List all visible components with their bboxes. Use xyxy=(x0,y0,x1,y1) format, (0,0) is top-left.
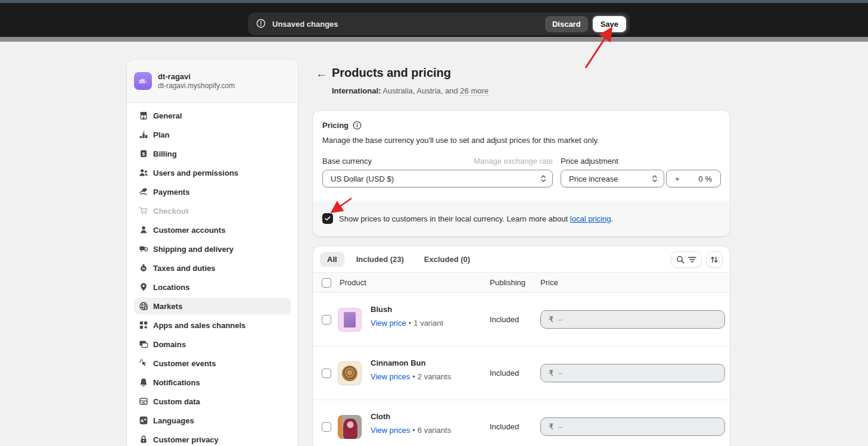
adjustment-sign: + xyxy=(675,174,680,183)
search-and-filter-button[interactable] xyxy=(671,251,702,268)
publishing-status: Included xyxy=(490,369,519,378)
sidebar-item-markets[interactable]: $ Markets xyxy=(134,298,291,314)
local-currency-checkbox-label: Show prices to customers in their local … xyxy=(339,214,568,223)
store-header[interactable]: dt- dt-ragavi dt-ragavi.myshopify.com xyxy=(127,60,298,103)
sidebar-item-label: Languages xyxy=(153,416,194,425)
unsaved-changes-bar: Unsaved changes Discard Save xyxy=(248,13,630,35)
sidebar-item-label: Domains xyxy=(153,340,186,349)
sidebar-item-customer-events[interactable]: Customer events xyxy=(134,355,291,372)
save-button[interactable]: Save xyxy=(593,16,626,32)
svg-text:%: % xyxy=(142,267,145,270)
sidebar-item-label: Payments xyxy=(153,188,189,197)
store-icon xyxy=(139,111,148,120)
price-input[interactable]: ₹ – xyxy=(540,417,725,436)
cinnamon-bun-product-image xyxy=(338,361,362,385)
sidebar-item-notifications[interactable]: Notifications xyxy=(134,374,291,391)
sidebar-item-customer-accounts[interactable]: Customer accounts xyxy=(134,222,291,238)
tab-excluded[interactable]: Excluded (0) xyxy=(416,252,478,267)
sidebar-item-locations[interactable]: Locations xyxy=(134,279,291,295)
view-price-link[interactable]: View prices xyxy=(371,426,410,435)
alert-bubble-icon xyxy=(255,18,267,30)
sentence-period: . xyxy=(611,214,613,223)
pricing-card: Pricing Manage the base currency you'll … xyxy=(313,111,730,236)
person-icon xyxy=(139,225,148,235)
base-currency-label: Base currency xyxy=(322,157,372,166)
globe-dollar-icon: $ xyxy=(139,301,148,311)
local-currency-section: Show prices to customers in their local … xyxy=(313,201,730,236)
row-checkbox[interactable] xyxy=(322,422,331,432)
unsaved-changes-label: Unsaved changes xyxy=(272,20,338,29)
cloth-product-image xyxy=(338,415,362,439)
local-currency-checkbox[interactable] xyxy=(322,213,333,224)
sidebar-item-users-and-permissions[interactable]: Users and permissions xyxy=(134,164,291,181)
sidebar-item-label: Apps and sales channels xyxy=(153,321,245,330)
database-icon xyxy=(139,397,148,406)
adjustment-percent-input[interactable]: + 0 % xyxy=(666,170,721,188)
price-input[interactable]: ₹ – xyxy=(540,310,725,329)
price-adjustment-select[interactable]: Price increase xyxy=(561,170,664,188)
more-regions-link[interactable]: 26 more xyxy=(460,86,489,96)
tab-all[interactable]: All xyxy=(320,252,344,267)
price-placeholder: – xyxy=(558,315,562,324)
product-name: Cloth xyxy=(371,412,390,421)
adjustment-value: 0 % xyxy=(699,174,712,183)
back-arrow-icon[interactable]: ← xyxy=(316,67,329,81)
sort-icon xyxy=(710,255,718,264)
svg-text:ж: ж xyxy=(144,417,147,421)
price-placeholder: – xyxy=(558,422,562,431)
column-price: Price xyxy=(540,278,558,287)
sidebar-item-shipping-and-delivery[interactable]: Shipping and delivery xyxy=(134,241,291,257)
price-input[interactable]: ₹ – xyxy=(540,364,725,382)
bullet-separator: • xyxy=(412,372,415,381)
product-name: Cinnamon Bun xyxy=(371,358,425,367)
sidebar-item-customer-privacy[interactable]: Customer privacy xyxy=(134,431,291,446)
sidebar-item-label: General xyxy=(153,111,182,120)
sort-button[interactable] xyxy=(706,251,723,268)
sidebar-item-plan[interactable]: Plan xyxy=(134,126,291,143)
base-currency-value: US Dollar (USD $) xyxy=(331,174,394,183)
sidebar-item-payments[interactable]: Payments xyxy=(134,183,291,200)
chevron-updown-icon xyxy=(652,174,658,183)
row-checkbox[interactable] xyxy=(322,315,331,325)
view-price-link[interactable]: View price xyxy=(371,319,406,328)
select-all-checkbox[interactable] xyxy=(322,278,331,288)
sidebar-item-label: Billing xyxy=(153,149,177,158)
sidebar-item-domains[interactable]: Domains xyxy=(134,336,291,353)
search-icon xyxy=(676,255,685,264)
info-circle-icon[interactable] xyxy=(353,121,362,130)
chevron-updown-icon xyxy=(540,174,546,183)
truck-icon xyxy=(139,244,148,254)
sidebar-item-label: Taxes and duties xyxy=(153,264,216,273)
filter-icon xyxy=(688,256,696,263)
tab-included[interactable]: Included (23) xyxy=(348,252,412,267)
view-price-link[interactable]: View prices xyxy=(371,372,410,381)
domains-icon xyxy=(139,339,148,349)
sidebar-item-general[interactable]: General xyxy=(134,107,291,124)
variant-count: 1 variant xyxy=(413,319,443,328)
base-currency-select[interactable]: US Dollar (USD $) xyxy=(322,170,553,188)
local-pricing-link[interactable]: local pricing xyxy=(570,214,611,223)
row-checkbox[interactable] xyxy=(322,369,331,378)
divider-strip xyxy=(0,37,868,42)
tax-bag-icon: % xyxy=(139,263,148,273)
sidebar-item-label: Shipping and delivery xyxy=(153,245,234,254)
svg-text:A: A xyxy=(141,418,144,423)
sidebar-item-billing[interactable]: $ Billing xyxy=(134,145,291,162)
table-row: Blush View price•1 variant Included ₹ – xyxy=(313,293,730,347)
sidebar-item-languages[interactable]: Aж Languages xyxy=(134,412,291,429)
cart-icon xyxy=(139,206,148,216)
rupee-symbol: ₹ xyxy=(549,369,553,378)
discard-button[interactable]: Discard xyxy=(545,16,588,32)
sidebar-item-taxes-and-duties[interactable]: % Taxes and duties xyxy=(134,260,291,276)
sidebar-item-custom-data[interactable]: Custom data xyxy=(134,393,291,410)
product-table-header: Product Publishing Price xyxy=(313,272,730,293)
pricing-card-title: Pricing xyxy=(322,121,349,130)
topbar: Unsaved changes Discard Save xyxy=(0,3,868,37)
sidebar-item-label: Markets xyxy=(153,302,182,311)
sidebar-item-label: Users and permissions xyxy=(153,169,238,177)
market-regions: Australia, Austria, and xyxy=(382,86,458,95)
price-adjustment-label: Price adjustment xyxy=(561,157,618,166)
store-domain: dt-ragavi.myshopify.com xyxy=(158,82,235,91)
sidebar-item-apps-and-sales-channels[interactable]: Apps and sales channels xyxy=(134,317,291,333)
settings-sidebar: dt- dt-ragavi dt-ragavi.myshopify.com Ge… xyxy=(127,60,298,446)
